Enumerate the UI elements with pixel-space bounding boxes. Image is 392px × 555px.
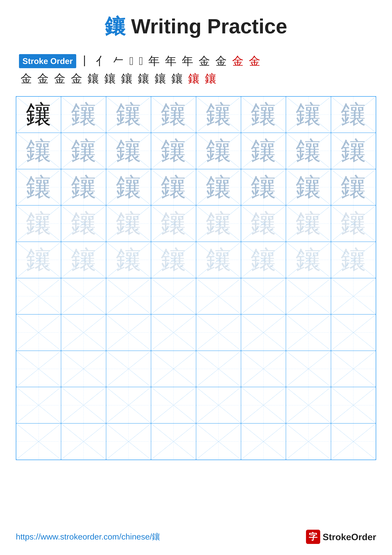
grid-cell[interactable]: [286, 278, 331, 314]
grid-cell[interactable]: 鑲: [331, 96, 376, 133]
practice-char: 鑲: [71, 97, 96, 132]
practice-char: 鑲: [341, 97, 366, 132]
footer-logo-text: StrokeOrder: [323, 532, 376, 542]
grid-cell[interactable]: [196, 351, 241, 387]
grid-cell[interactable]: [61, 314, 106, 351]
grid-cell[interactable]: [151, 423, 196, 460]
practice-char: 鑲: [71, 243, 96, 277]
grid-cell[interactable]: 鑲: [196, 96, 241, 133]
grid-cell[interactable]: [16, 387, 61, 423]
practice-char: 鑲: [251, 134, 276, 168]
grid-cell[interactable]: 鑲: [241, 205, 286, 242]
grid-cell[interactable]: [151, 278, 196, 314]
grid-cell[interactable]: [286, 351, 331, 387]
grid-cell[interactable]: 鑲: [286, 96, 331, 133]
grid-cell[interactable]: [61, 351, 106, 387]
grid-cell[interactable]: 鑲: [331, 133, 376, 169]
practice-char: 鑲: [161, 134, 186, 168]
grid-cell[interactable]: [106, 423, 151, 460]
footer-logo: 字 StrokeOrder: [306, 530, 376, 544]
stroke-order-line2: 金 金 金 金 鑲 鑲 鑲 鑲 鑲 鑲 鑲 鑲: [19, 71, 373, 87]
grid-cell[interactable]: [241, 278, 286, 314]
grid-cell[interactable]: [61, 387, 106, 423]
practice-char: 鑲: [251, 170, 276, 204]
grid-cell[interactable]: [241, 387, 286, 423]
grid-cell[interactable]: 鑲: [106, 242, 151, 278]
grid-cell[interactable]: [331, 387, 376, 423]
grid-cell[interactable]: [331, 423, 376, 460]
grid-cell[interactable]: 鑲: [286, 205, 331, 242]
grid-cell[interactable]: 鑲: [106, 205, 151, 242]
grid-cell[interactable]: [331, 314, 376, 351]
grid-cell[interactable]: 鑲: [151, 96, 196, 133]
grid-cell[interactable]: [16, 278, 61, 314]
grid-cell[interactable]: [16, 314, 61, 351]
grid-cell[interactable]: [286, 423, 331, 460]
grid-cell[interactable]: [151, 314, 196, 351]
grid-cell[interactable]: [61, 278, 106, 314]
grid-cell[interactable]: [286, 387, 331, 423]
practice-char: 鑲: [161, 97, 186, 132]
grid-cell[interactable]: [286, 314, 331, 351]
grid-cell[interactable]: [196, 387, 241, 423]
grid-cell[interactable]: [106, 314, 151, 351]
grid-cell[interactable]: [106, 387, 151, 423]
grid-cell[interactable]: [331, 278, 376, 314]
grid-cell[interactable]: [61, 423, 106, 460]
grid-cell[interactable]: [151, 351, 196, 387]
grid-cell[interactable]: [16, 351, 61, 387]
grid-cell[interactable]: 鑲: [61, 96, 106, 133]
grid-cell[interactable]: 鑲: [241, 242, 286, 278]
practice-char: 鑲: [161, 243, 186, 277]
grid-cell[interactable]: 鑲: [241, 96, 286, 133]
page-title: 鑲 Writing Practice: [16, 13, 376, 41]
grid-cell[interactable]: 鑲: [331, 242, 376, 278]
grid-cell[interactable]: 鑲: [331, 169, 376, 205]
grid-cell[interactable]: 鑲: [286, 133, 331, 169]
grid-cell[interactable]: [241, 314, 286, 351]
practice-char: 鑲: [116, 134, 141, 168]
practice-char: 鑲: [206, 170, 231, 204]
grid-cell[interactable]: 鑲: [286, 242, 331, 278]
grid-cell[interactable]: 鑲: [241, 133, 286, 169]
grid-cell[interactable]: [196, 278, 241, 314]
practice-char: 鑲: [71, 134, 96, 168]
grid-cell[interactable]: 鑲: [16, 242, 61, 278]
grid-cell[interactable]: [241, 351, 286, 387]
grid-cell[interactable]: [331, 351, 376, 387]
practice-char: 鑲: [71, 206, 96, 241]
grid-cell[interactable]: 鑲: [151, 169, 196, 205]
grid-cell[interactable]: [241, 423, 286, 460]
grid-cell[interactable]: 鑲: [151, 133, 196, 169]
grid-cell[interactable]: 鑲: [196, 133, 241, 169]
grid-cell[interactable]: 鑲: [196, 205, 241, 242]
grid-cell[interactable]: [196, 423, 241, 460]
grid-cell[interactable]: [196, 314, 241, 351]
grid-cell[interactable]: 鑲: [16, 133, 61, 169]
grid-cell[interactable]: 鑲: [61, 205, 106, 242]
grid-cell[interactable]: 鑲: [196, 169, 241, 205]
grid-cell[interactable]: 鑲: [61, 242, 106, 278]
grid-cell[interactable]: [106, 278, 151, 314]
grid-cell[interactable]: 鑲: [151, 242, 196, 278]
grid-cell[interactable]: [16, 423, 61, 460]
grid-cell[interactable]: 鑲: [151, 205, 196, 242]
practice-char: 鑲: [341, 134, 366, 168]
practice-char: 鑲: [251, 243, 276, 277]
grid-cell[interactable]: 鑲: [16, 205, 61, 242]
grid-cell[interactable]: 鑲: [61, 169, 106, 205]
grid-cell[interactable]: 鑲: [331, 205, 376, 242]
grid-cell[interactable]: [151, 387, 196, 423]
grid-cell[interactable]: [106, 351, 151, 387]
grid-cell[interactable]: 鑲: [106, 96, 151, 133]
grid-cell[interactable]: 鑲: [106, 169, 151, 205]
grid-cell[interactable]: 鑲: [61, 133, 106, 169]
grid-cell[interactable]: 鑲: [16, 96, 61, 133]
practice-char: 鑲: [26, 243, 51, 277]
grid-cell[interactable]: 鑲: [286, 169, 331, 205]
grid-cell[interactable]: 鑲: [16, 169, 61, 205]
grid-cell[interactable]: 鑲: [241, 169, 286, 205]
grid-cell[interactable]: 鑲: [106, 133, 151, 169]
footer-url[interactable]: https://www.strokeorder.com/chinese/鑲: [16, 531, 160, 542]
grid-cell[interactable]: 鑲: [196, 242, 241, 278]
